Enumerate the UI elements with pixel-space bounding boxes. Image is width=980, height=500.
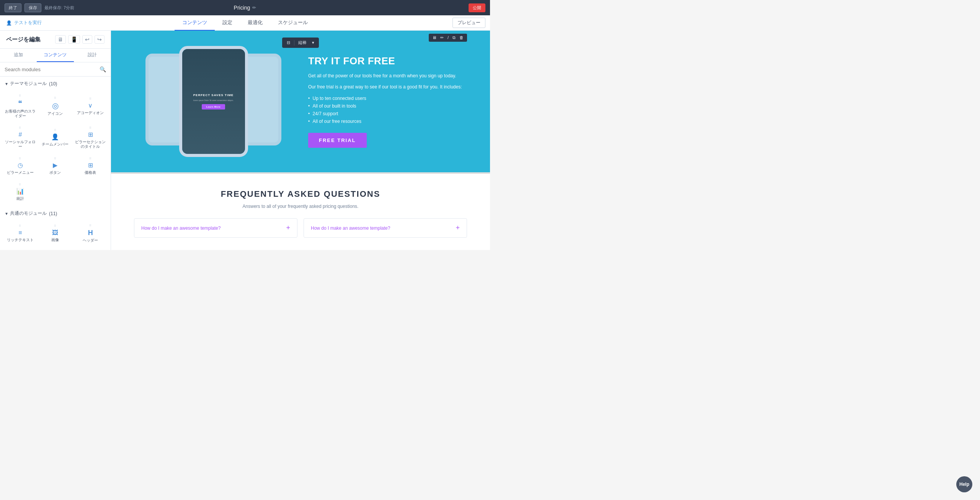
team-icon: 👤 <box>51 134 59 140</box>
module-label: アコーディオン <box>77 111 104 115</box>
module-label: ソーシャルフォロー <box>5 140 36 149</box>
preview-button[interactable]: プレビュー <box>452 18 485 28</box>
redo-button[interactable]: ↪ <box>95 35 105 44</box>
module-image[interactable]: ⠿ 🖼 画像 <box>38 221 73 247</box>
module-team-member[interactable]: ⠿ 👤 チームメンバー <box>38 123 73 153</box>
list-item-2: All of our built in tools <box>308 102 467 110</box>
undo-button[interactable]: ↩ <box>82 35 92 44</box>
common-module-grid: ⠿ ≡ リッチテキスト ⠿ 🖼 画像 ⠿ H ヘッダー <box>0 219 111 248</box>
copy-icon[interactable]: ⧉ <box>451 35 457 41</box>
blue-desc1: Get all of the power of our tools free f… <box>308 72 467 80</box>
module-label: ピラーセクションのタイトル <box>75 140 106 149</box>
module-label: ピラーメニュー <box>7 170 34 175</box>
search-container: 🔍 <box>0 62 111 77</box>
icon-icon: ◎ <box>52 102 59 109</box>
button-icon: ▶ <box>53 162 57 168</box>
tab-schedule[interactable]: スケジュール <box>270 15 315 31</box>
drag-handle: ⠿ <box>54 129 57 132</box>
module-pillar-menu[interactable]: ⠿ ◷ ピラーメニュー <box>3 154 38 179</box>
test-run-button[interactable]: 👤 テストを実行 <box>0 20 48 26</box>
faq-plus-icon-1[interactable]: + <box>286 224 290 232</box>
sidebar-controls: 🖥 📱 ↩ ↪ <box>55 35 105 44</box>
sidebar-tabs: 追加 コンテンツ 設計 <box>0 49 111 62</box>
edit-pen-icon[interactable]: ✏ <box>439 35 445 41</box>
module-header[interactable]: ⠿ H ヘッダー <box>73 221 108 247</box>
dropdown-icon[interactable]: ▾ <box>310 39 316 46</box>
pillar-menu-icon: ◷ <box>18 162 23 168</box>
list-item-3: 24/7 support <box>308 110 467 118</box>
drag-handle: ⠿ <box>89 157 92 160</box>
sidebar-title: ページを編集 <box>6 36 41 43</box>
screen-icon[interactable]: 🖥 <box>431 35 438 41</box>
list-item-4: All of our free resources <box>308 118 467 125</box>
faq-heading: FREQUENTLY ASKED QUESTIONS <box>134 189 467 199</box>
testimonial-icon: ❝ <box>18 100 22 107</box>
module-testimonial[interactable]: ⠿ ❝ お客様の声のスライダー <box>3 91 38 122</box>
module-button[interactable]: ⠿ ▶ ボタン <box>38 154 73 179</box>
nav-tabs: コンテンツ 設定 最適化 スケジュール <box>175 15 315 31</box>
phone-main: PERFECT SAVES TIME lorem ipsum Dolor Sit… <box>179 46 248 157</box>
navbar-right: プレビュー <box>452 18 485 28</box>
rows-label[interactable]: 縦棒 <box>297 39 308 46</box>
theme-module-section-header[interactable]: ▾ テーマモジュール (10) <box>0 77 111 89</box>
module-social-follow[interactable]: ⠿ # ソーシャルフォロー <box>3 123 38 153</box>
slash-icon[interactable]: / <box>446 35 450 41</box>
drag-handle: ⠿ <box>54 97 57 100</box>
exit-button[interactable]: 終了 <box>5 3 21 12</box>
theme-section-label: テーマモジュール <box>10 80 47 87</box>
trash-icon[interactable]: 🗑 <box>458 35 465 41</box>
module-label: リッチテキスト <box>7 238 34 242</box>
main-layout: ページを編集 🖥 📱 ↩ ↪ 追加 コンテンツ 設計 🔍 ▾ テーマモジュール … <box>0 31 490 250</box>
module-stats[interactable]: ⠿ 📊 統計 <box>3 180 38 205</box>
module-rich-text[interactable]: ⠿ ≡ リッチテキスト <box>3 221 38 247</box>
mobile-view-button[interactable]: 📱 <box>68 35 80 44</box>
faq-item-1[interactable]: How do I make an awesome template? + <box>134 218 297 238</box>
tab-settings[interactable]: 設定 <box>215 15 240 31</box>
page-title: Pricing ✏ <box>234 5 256 11</box>
faq-item-2[interactable]: How do I make an awesome template? + <box>304 218 467 238</box>
search-icon: 🔍 <box>100 66 106 72</box>
phone-mockup-area: PERFECT SAVES TIME lorem ipsum Dolor Sit… <box>134 46 293 157</box>
desktop-view-button[interactable]: 🖥 <box>55 35 66 44</box>
module-label: アイコン <box>47 111 63 116</box>
module-label: ヘッダー <box>83 238 98 243</box>
test-label: テストを実行 <box>14 20 42 26</box>
common-module-section-header[interactable]: ▾ 共通のモジュール (11) <box>0 206 111 219</box>
tab-content[interactable]: コンテンツ <box>175 15 215 31</box>
user-icon: 👤 <box>6 20 12 26</box>
search-input[interactable] <box>5 67 97 72</box>
drag-handle: ⠿ <box>19 183 21 186</box>
header-icon: H <box>88 229 93 236</box>
module-label: 画像 <box>51 238 59 242</box>
drag-handle: ⠿ <box>89 127 92 130</box>
faq-question-2: How do I make an awesome template? <box>311 225 390 231</box>
blue-desc2: Our free trial is a great way to see if … <box>308 83 467 91</box>
module-pillar-title[interactable]: ⠿ ⊞ ピラーセクションのタイトル <box>73 123 108 153</box>
edit-icon[interactable]: ✏ <box>252 5 256 10</box>
phone-screen: PERFECT SAVES TIME lorem ipsum Dolor Sit… <box>182 49 245 154</box>
faq-section: FREQUENTLY ASKED QUESTIONS Answers to al… <box>111 174 490 250</box>
module-pricing-table[interactable]: ⠿ ⊞ 価格表 <box>73 154 108 179</box>
publish-button[interactable]: 公開 <box>469 3 485 12</box>
faq-subtext: Answers to all of your frequently asked … <box>134 204 467 209</box>
module-label: お客様の声のスライダー <box>5 109 36 118</box>
tab-optimize[interactable]: 最適化 <box>240 15 270 31</box>
module-label: チームメンバー <box>42 142 69 147</box>
blue-heading: TRY IT FOR FREE <box>308 55 467 67</box>
title-text: Pricing <box>234 5 250 11</box>
theme-module-grid: ⠿ ❝ お客様の声のスライダー ⠿ ◎ アイコン ⠿ ∨ アコーディオン ⠿ # <box>0 89 111 206</box>
sidebar-header: ページを編集 🖥 📱 ↩ ↪ <box>0 31 111 49</box>
sidebar-tab-design[interactable]: 設計 <box>74 49 111 62</box>
list-item-1: Up to ten connected users <box>308 95 467 102</box>
module-accordion[interactable]: ⠿ ∨ アコーディオン <box>73 91 108 122</box>
section-toolbar: ⊟ 縦棒 ▾ <box>282 38 319 48</box>
sidebar-tab-add[interactable]: 追加 <box>0 49 37 62</box>
grid-icon: ⊟ <box>285 39 292 46</box>
blue-list: Up to ten connected users All of our bui… <box>308 95 467 125</box>
theme-section-count: (10) <box>49 81 57 87</box>
module-icon[interactable]: ⠿ ◎ アイコン <box>38 91 73 122</box>
sidebar-tab-content[interactable]: コンテンツ <box>37 49 74 62</box>
free-trial-button[interactable]: FREE TRIAL <box>308 133 367 148</box>
faq-plus-icon-2[interactable]: + <box>456 224 460 232</box>
save-button[interactable]: 保存 <box>24 3 41 12</box>
